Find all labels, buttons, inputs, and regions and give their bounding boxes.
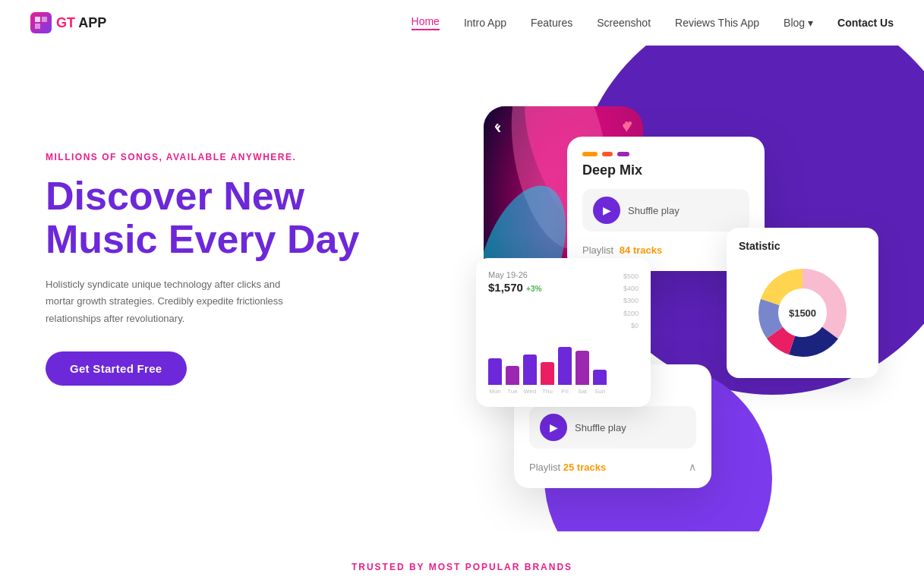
nav-links: Home Intro App Features Screenshot Revie…	[412, 15, 894, 30]
deep-mix-playlist-row: Playlist 84 tracks ∧	[582, 244, 749, 256]
deep-mix-shuffle-row: ▶ Shuffle play	[582, 189, 749, 232]
hero-text-block: MILLIONS OF SONGS, AVAILABLE ANYWHERE. D…	[46, 91, 395, 386]
nav-home[interactable]: Home	[412, 15, 440, 30]
logo-icon	[30, 12, 52, 33]
navbar: GT APP Home Intro App Features Screensho…	[0, 0, 924, 46]
deep-mix-title: Deep Mix	[582, 162, 749, 178]
bar-label-fri: Fri	[558, 388, 572, 395]
deep-mix-track-count: 84 tracks	[620, 244, 662, 256]
bar-fri	[558, 347, 572, 385]
logo: GT APP	[30, 12, 106, 33]
nav-contact[interactable]: Contact Us	[837, 17, 894, 29]
statistic-title: Statistic	[739, 240, 866, 252]
logo-app: APP	[75, 15, 106, 30]
deep-space-play-button[interactable]: ▶	[540, 414, 567, 441]
svg-rect-0	[35, 17, 40, 22]
get-started-button[interactable]: Get Started Free	[46, 351, 187, 386]
donut-chart: $1500	[739, 260, 866, 366]
deep-mix-play-button[interactable]: ▶	[593, 197, 620, 224]
bar-mon	[488, 358, 502, 385]
bar-label-sat: Sat	[576, 388, 589, 395]
hero-mockup: ‹ ♥ Deep Mix ▶ Shuffle play	[453, 91, 878, 486]
nav-screenshot[interactable]: Screenshot	[597, 17, 651, 29]
bar-label-tue: Tue	[506, 388, 519, 395]
bar-sat	[576, 351, 589, 385]
svg-rect-2	[35, 24, 40, 29]
bar-labels: Mon Tue Wed Thu Fri Sat Sun	[488, 388, 639, 395]
heart-icon: ♥	[624, 117, 632, 133]
hero-subtitle: MILLIONS OF SONGS, AVAILABLE ANYWHERE.	[46, 152, 395, 162]
bar-thu	[541, 362, 554, 385]
hero-section: MILLIONS OF SONGS, AVAILABLE ANYWHERE. D…	[0, 46, 924, 531]
deep-space-playlist-label: Playlist 25 tracks	[529, 462, 606, 473]
back-btn-icon: ‹	[494, 117, 500, 134]
logo-gt: GT	[56, 15, 75, 30]
deep-mix-shuffle-label: Shuffle play	[628, 205, 680, 216]
stats-card: May 19-26 $1,570 +3% $500$400$300$200$0	[476, 258, 651, 407]
bar-sun	[593, 370, 607, 385]
hero-description: Holisticly syndicate unique technology a…	[46, 276, 304, 326]
trusted-label: TRUSTED BY MOST POPULAR BRANDS	[46, 562, 878, 572]
nav-intro[interactable]: Intro App	[464, 17, 506, 29]
nav-blog[interactable]: Blog ▾	[784, 17, 813, 29]
deep-space-chevron-icon[interactable]: ∧	[689, 461, 696, 473]
chevron-down-icon: ▾	[808, 17, 813, 29]
stats-date: May 19-26	[488, 270, 541, 279]
bar-chart	[488, 339, 639, 385]
playlist-label: Playlist 84 tracks	[582, 244, 662, 256]
bar-wed	[523, 355, 537, 385]
bar-label-sun: Sun	[593, 388, 607, 395]
statistic-card: Statistic $1	[727, 228, 878, 378]
stats-change: +3%	[526, 285, 541, 293]
stats-amount: $1,570 +3%	[488, 281, 541, 294]
deep-space-track-count: 25 tracks	[563, 462, 606, 473]
bar-tue	[506, 366, 519, 385]
bar-label-mon: Mon	[488, 388, 502, 395]
nav-reviews[interactable]: Reviews This App	[675, 17, 759, 29]
bar-label-wed: Wed	[523, 388, 537, 395]
deep-space-shuffle-row: ▶ Shuffle play	[529, 406, 696, 449]
svg-rect-1	[42, 17, 47, 22]
deep-space-shuffle-label: Shuffle play	[575, 422, 626, 433]
donut-center-value: $1500	[789, 307, 816, 319]
hero-content: MILLIONS OF SONGS, AVAILABLE ANYWHERE. D…	[0, 46, 924, 501]
deep-space-playlist-row: Playlist 25 tracks ∧	[529, 461, 696, 473]
hero-title: Discover New Music Every Day	[46, 175, 395, 261]
bar-label-thu: Thu	[541, 388, 554, 395]
nav-features[interactable]: Features	[531, 17, 572, 29]
trusted-section: TRUSTED BY MOST POPULAR BRANDS themeShop	[0, 531, 924, 583]
